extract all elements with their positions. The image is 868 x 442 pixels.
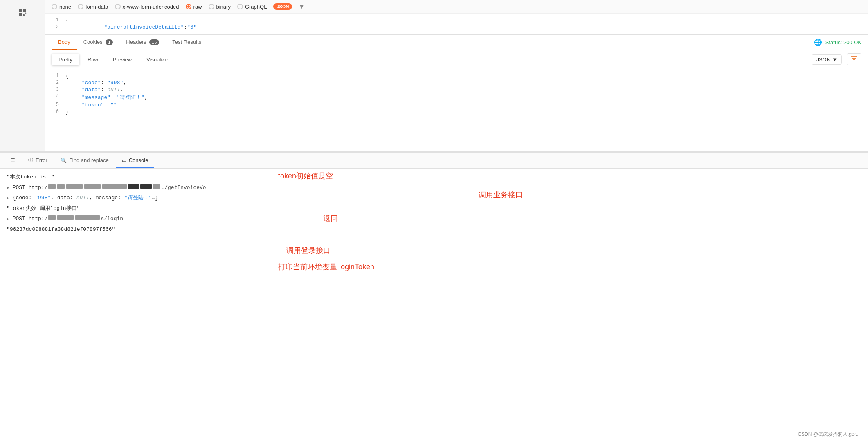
code-line-2: 2 · · · · "aircraftInvoiceDetailId":"6" — [45, 24, 868, 31]
resp-content-6: } — [65, 109, 69, 115]
url-blur-3 — [66, 184, 83, 189]
url2-blur-1 — [48, 215, 56, 220]
resp-content-3: "data": null, — [65, 87, 123, 93]
option-graphql[interactable]: GraphQL — [237, 4, 267, 10]
option-form-data[interactable]: form-data — [78, 4, 108, 10]
arrow-post-1: ▶ — [7, 184, 9, 192]
tab-test-results[interactable]: Test Results — [166, 35, 208, 50]
option-raw[interactable]: raw — [186, 4, 202, 10]
console-text-token-is: "本次token is：" — [7, 173, 54, 181]
radio-form-data — [78, 4, 83, 9]
radio-raw — [186, 4, 191, 9]
radio-graphql — [237, 4, 243, 9]
radio-urlencoded — [115, 4, 121, 9]
json-dropdown[interactable]: ▼ — [299, 3, 304, 10]
resp-line-1: 1 { — [45, 72, 868, 79]
json-format-chevron: ▼ — [832, 56, 837, 63]
tab-menu[interactable]: ☰ — [5, 153, 21, 168]
resp-line-3: 3 "data": null, — [45, 86, 868, 93]
fmt-tab-pretty[interactable]: Pretty — [52, 54, 79, 65]
option-urlencoded-label: x-www-form-urlencoded — [123, 4, 179, 10]
line-num-2: 2 — [45, 24, 65, 30]
tab-headers[interactable]: Headers 15 — [119, 35, 166, 50]
option-none[interactable]: none — [52, 4, 71, 10]
url-suffix-2: s/login — [101, 215, 123, 223]
attribution-text: CSDN @疯疯发抖洞人.gor... — [798, 431, 860, 437]
console-text-token-expired: "token失效 调用login接口" — [7, 205, 80, 213]
console-output: token初始值是空 "本次token is：" 调用业务接口 ▶ POST h… — [0, 169, 868, 291]
left-sidebar: + — [0, 0, 45, 151]
resp-content-5: "token": "" — [65, 102, 117, 108]
console-line-post-2[interactable]: ▶ POST http:/ s/login — [0, 214, 868, 224]
resp-line-num-5: 5 — [45, 102, 65, 108]
svg-rect-0 — [19, 9, 22, 12]
tab-console-label: Console — [129, 157, 148, 163]
console-text-token-value: "96237dc008881fa38d821ef07897f566" — [7, 226, 115, 234]
search-icon: 🔍 — [61, 158, 67, 163]
grid-icon[interactable]: + — [14, 4, 31, 20]
line-content-2: · · · · "aircraftInvoiceDetailId":"6" — [65, 24, 197, 30]
status-text: Status: 200 OK — [825, 39, 861, 45]
url-blur-2 — [57, 184, 65, 189]
console-line-token-is: "本次token is：" — [0, 172, 868, 183]
url-dark-2 — [140, 184, 152, 189]
line-num-1: 1 — [45, 17, 65, 23]
option-binary[interactable]: binary — [209, 4, 231, 10]
console-tabs: ☰ ⓘ Error 🔍 Find and replace ▭ Console — [0, 153, 868, 169]
status-area: 🌐 Status: 200 OK — [814, 38, 861, 46]
response-tabs: Body Cookies 1 Headers 15 Test Results 🌐… — [45, 35, 868, 50]
headers-badge: 15 — [149, 39, 159, 45]
resp-line-num-4: 4 — [45, 94, 65, 99]
json-format-select[interactable]: JSON ▼ — [812, 54, 842, 65]
tab-cookies[interactable]: Cookies 1 — [77, 35, 120, 50]
tab-find-replace-label: Find and replace — [69, 157, 109, 163]
option-urlencoded[interactable]: x-www-form-urlencoded — [115, 4, 179, 10]
response-section: Body Cookies 1 Headers 15 Test Results 🌐… — [45, 34, 868, 151]
request-body-code: 1 { 2 · · · · "aircraftInvoiceDetailId":… — [45, 14, 868, 34]
url-dark-1 — [128, 184, 139, 189]
annotation-call-login: 调用登录接口 — [286, 246, 331, 255]
top-section: + none form-data x-www-form-urlencoded r… — [0, 0, 868, 151]
filter-icon[interactable] — [847, 53, 861, 65]
fmt-tab-preview[interactable]: Preview — [106, 54, 138, 65]
console-object-text: {code: "998", data: null, message: "请登陆！… — [13, 194, 158, 202]
option-graphql-label: GraphQL — [245, 4, 267, 10]
resp-line-num-2: 2 — [45, 80, 65, 86]
option-form-data-label: form-data — [85, 4, 108, 10]
tab-find-replace[interactable]: 🔍 Find and replace — [55, 153, 115, 168]
console-line-token-value: "96237dc008881fa38d821ef07897f566" — [0, 224, 868, 235]
response-json: 1 { 2 "code": "998", 3 "data": null, — [45, 69, 868, 151]
svg-rect-2 — [19, 13, 22, 16]
resp-content-2: "code": "998", — [65, 80, 126, 86]
tab-error[interactable]: ⓘ Error — [22, 153, 53, 169]
json-format-label: JSON — [816, 56, 830, 63]
option-binary-label: binary — [216, 4, 231, 10]
menu-icon: ☰ — [11, 158, 15, 163]
tab-body[interactable]: Body — [52, 35, 77, 50]
radio-none — [52, 4, 57, 9]
resp-line-2: 2 "code": "998", — [45, 79, 868, 86]
bottom-section: ☰ ⓘ Error 🔍 Find and replace ▭ Console t… — [0, 151, 868, 291]
tab-console[interactable]: ▭ Console — [116, 153, 154, 168]
request-options-bar: none form-data x-www-form-urlencoded raw… — [45, 0, 868, 14]
arrow-object: ▶ — [7, 194, 9, 202]
url-blur-4 — [84, 184, 101, 189]
console-line-object[interactable]: ▶ {code: "998", data: null, message: "请登… — [0, 193, 868, 203]
resp-line-6: 6 } — [45, 108, 868, 115]
code-line-1: 1 { — [45, 17, 868, 24]
url-blur-6 — [153, 184, 160, 189]
post-keyword-1: POST http:/ — [13, 184, 48, 192]
url2-blur-2 — [57, 215, 74, 220]
console-line-post-1[interactable]: ▶ POST http:/ ./getInvoiceVo — [0, 183, 868, 193]
radio-binary — [209, 4, 214, 9]
url-suffix-1: ./getInvoiceVo — [161, 184, 206, 192]
url2-blur-3 — [75, 215, 100, 220]
option-raw-label: raw — [193, 4, 202, 10]
url-blur-1 — [48, 184, 56, 189]
post-keyword-2: POST http:/ — [13, 215, 48, 223]
fmt-tab-visualize[interactable]: Visualize — [140, 54, 174, 65]
fmt-tab-raw[interactable]: Raw — [81, 54, 105, 65]
option-none-label: none — [59, 4, 71, 10]
resp-line-num-1: 1 — [45, 73, 65, 79]
resp-content-4: "message": "请登陆！", — [65, 94, 148, 101]
